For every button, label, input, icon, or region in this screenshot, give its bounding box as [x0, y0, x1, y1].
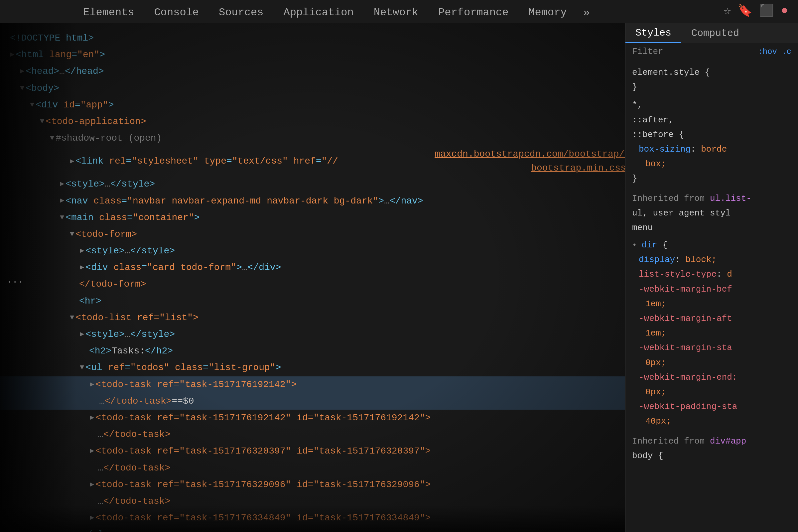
arrow-icon: [90, 412, 94, 424]
dom-line-task2-end: …</todo-task>: [0, 426, 625, 443]
dom-line-todo-list: <todo-list ref="list">: [0, 309, 625, 326]
dom-line-link: <link rel="stylesheet" type="text/css" h…: [0, 147, 625, 176]
dom-line-main: <main class="container">: [0, 209, 625, 226]
tab-memory[interactable]: Memory: [518, 3, 576, 23]
arrow-icon: [30, 99, 34, 111]
tab-computed[interactable]: Computed: [681, 23, 749, 43]
tab-performance[interactable]: Performance: [428, 3, 518, 23]
dom-line-h2: <h2>Tasks:</h2>: [0, 343, 625, 359]
dom-line-hr: <hr>: [0, 293, 625, 309]
arrow-icon: [60, 178, 64, 190]
dom-line-ul-close: </ul>: [0, 526, 625, 532]
dom-panel: <!DOCTYPE html> <html lang="en"> <head>……: [0, 23, 625, 532]
dom-line-task3: <todo-task ref="task-1517176320397" id="…: [0, 443, 625, 459]
bookmark-icon: 🔖: [738, 3, 753, 18]
arrow-icon: [90, 479, 94, 491]
dom-line-todo-app: <todo-application>: [0, 113, 625, 130]
arrow-icon: [50, 132, 54, 144]
dom-line-task5: <todo-task ref="task-1517176334849" id="…: [0, 510, 625, 526]
styles-tabs: Styles Computed: [625, 23, 798, 43]
arrow-icon: [70, 312, 74, 324]
tab-console[interactable]: Console: [144, 3, 209, 23]
arrow-icon: [70, 156, 74, 167]
element-style-selector: element.style {: [632, 65, 791, 80]
tab-styles[interactable]: Styles: [625, 23, 681, 43]
element-style-block: element.style { }: [632, 65, 791, 94]
arrow-icon: [60, 212, 64, 224]
dom-line-style1: <style>…</style>: [0, 176, 625, 192]
dom-line-html: <html lang="en">: [0, 46, 625, 63]
arrow-icon: [80, 362, 84, 374]
cast-icon: ⬛: [759, 3, 774, 18]
element-style-close: }: [632, 80, 791, 94]
dom-line-doctype: <!DOCTYPE html>: [0, 30, 625, 46]
tab-more[interactable]: »: [577, 3, 596, 23]
styles-filter-bar: Filter :hov .c: [625, 43, 798, 60]
dom-line-style2: <style>…</style>: [0, 243, 625, 259]
tab-bar: Elements Console Sources Application Net…: [0, 0, 798, 23]
dom-line-task1-end: …</todo-task> == $0: [0, 393, 625, 410]
tab-network[interactable]: Network: [364, 3, 428, 23]
inherited-section: Inherited from ul.list- ul, user agent s…: [632, 191, 791, 429]
tab-elements[interactable]: Elements: [73, 3, 144, 23]
star-icon: ☆: [724, 3, 731, 18]
dom-line-div-app: <div id="app">: [0, 97, 625, 113]
dom-line-div-card: <div class="card todo-form">…</div>: [0, 259, 625, 276]
main-container: <!DOCTYPE html> <html lang="en"> <head>……: [0, 23, 798, 532]
arrow-icon: [40, 116, 44, 128]
dom-line-task1-highlighted: <todo-task ref="task-1517176192142">: [0, 376, 625, 393]
styles-panel: Styles Computed Filter :hov .c element.s…: [625, 23, 798, 532]
inherited-section2: Inherited from div#app body {: [632, 434, 791, 463]
filter-label: Filter: [632, 46, 663, 57]
arrow-icon: [60, 195, 64, 207]
ellipsis-marker: ...: [7, 273, 23, 288]
arrow-icon: [90, 512, 94, 524]
dom-line-task4-end: …</todo-task>: [0, 493, 625, 510]
profile-icon: ●: [781, 4, 788, 18]
dom-line-body: <body>: [0, 80, 625, 97]
dom-line-head: <head>…</head>: [0, 63, 625, 80]
arrow-icon: [80, 245, 84, 257]
arrow-icon: [70, 228, 74, 241]
dom-line-task3-end: …</todo-task>: [0, 460, 625, 476]
dom-line-todo-form: <todo-form>: [0, 226, 625, 243]
dom-line-nav: <nav class="navbar navbar-expand-md navb…: [0, 193, 625, 209]
dom-line-task2: <todo-task ref="task-1517176192142" id="…: [0, 410, 625, 426]
dom-line-shadow: #shadow-root (open): [0, 130, 625, 147]
dom-line-task4: <todo-task ref="task-1517176329096" id="…: [0, 476, 625, 493]
dom-line-todo-form-close: </todo-form>: [0, 276, 625, 292]
arrow-icon: [20, 65, 24, 77]
arrow-icon: [80, 328, 84, 341]
tab-application[interactable]: Application: [273, 3, 363, 23]
arrow-icon: [90, 379, 94, 391]
star-block: *, ::after, ::before { box-sizing: borde…: [632, 98, 791, 186]
arrow-icon: [80, 262, 84, 274]
filter-options: :hov .c: [758, 47, 791, 56]
tab-sources[interactable]: Sources: [209, 3, 273, 23]
styles-content: element.style { } *, ::after, ::before {: [625, 60, 798, 468]
dom-line-ul: <ul ref="todos" class="list-group">: [0, 359, 625, 376]
arrow-icon: [20, 82, 24, 94]
arrow-icon: [10, 49, 14, 61]
dom-line-style3: <style>…</style>: [0, 326, 625, 343]
window-controls: ☆ 🔖 ⬛ ●: [724, 3, 788, 18]
arrow-icon: [90, 445, 94, 457]
